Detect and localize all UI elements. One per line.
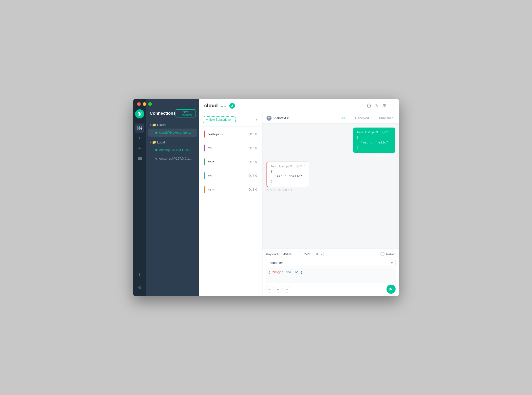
subscription-topic: t/d xyxy=(208,174,246,178)
help-icon[interactable]: ? xyxy=(267,116,272,121)
subscription-item-2[interactable]: t/b QoS 0 xyxy=(201,141,261,155)
connection-header-title: cloud xyxy=(204,103,218,109)
qos-select-wrap: 0 1 2 xyxy=(314,251,324,257)
power-icon[interactable]: ⏻ xyxy=(367,103,371,108)
payload-editor[interactable]: { "msg": "hello" } xyxy=(266,268,396,283)
topic-input[interactable] xyxy=(269,261,391,265)
message-topic-sent: Topic: testtopic/1 xyxy=(357,131,378,134)
payload-format-select[interactable]: JSON Plaintext Hex Base64 xyxy=(281,251,301,257)
connections-title: Connections xyxy=(150,111,176,116)
plaintext-chevron-icon: ▾ xyxy=(287,116,289,120)
svg-rect-7 xyxy=(140,128,142,130)
message-topic-received: Topic: testtopic/1 xyxy=(271,165,293,168)
subscription-item-1[interactable]: testtopic/# QoS 0 xyxy=(201,128,261,141)
new-tab-icon[interactable]: ⊞ xyxy=(383,103,386,108)
plaintext-label: Plaintext xyxy=(274,116,286,120)
retain-checkbox[interactable] xyxy=(380,252,384,256)
qos-label: QoS: xyxy=(304,252,311,256)
nav-add[interactable]: + xyxy=(135,134,144,143)
clear-message-button[interactable]: – xyxy=(275,286,282,293)
filter-all-button[interactable]: All xyxy=(340,115,346,121)
messages-panel: ? Plaintext ▾ All | Received | Published xyxy=(262,113,399,296)
main-area: cloud ⌄⌄ 2 ⏻ ✎ ⊞ ··· + xyxy=(199,99,399,296)
message-received: Topic: testtopic/1 QoS: 0 { "msg": "hell… xyxy=(267,161,309,192)
expand-topic-icon[interactable]: ▾ xyxy=(391,261,393,265)
message-bubble-sent: Topic: testtopic/1 QoS: 0 { "msg": "hell… xyxy=(353,128,395,153)
icon-nav: + </> ℹ ⚙ xyxy=(133,99,146,296)
subscriptions-header: + New Subscription ⇤ xyxy=(199,113,262,127)
subscription-item-5[interactable]: t/+/a QoS 0 xyxy=(201,183,261,196)
svg-rect-10 xyxy=(138,159,142,160)
main-header: cloud ⌄⌄ 2 ⏻ ✎ ⊞ ··· xyxy=(199,99,399,113)
connection-status-dot xyxy=(155,132,157,134)
payload-format-select-wrap: JSON Plaintext Hex Base64 xyxy=(281,251,301,257)
subscription-item-4[interactable]: t/d QoS 0 xyxy=(201,169,261,182)
cloud-group-header[interactable]: ▾ 📁 Cloud xyxy=(146,121,199,128)
nav-settings[interactable]: ⚙ xyxy=(135,283,144,292)
message-qos-sent: QoS: 0 xyxy=(382,131,392,134)
nav-data[interactable] xyxy=(135,154,144,163)
app-logo[interactable] xyxy=(135,109,144,118)
message-payload-received: { "msg": "hello" } xyxy=(271,169,305,184)
local-group-header[interactable]: ▾ 📁 Local xyxy=(146,139,199,146)
minimize-button[interactable] xyxy=(143,102,146,106)
maximize-button[interactable] xyxy=(148,102,152,106)
close-button[interactable] xyxy=(137,102,141,106)
svg-rect-8 xyxy=(138,157,142,158)
retain-label: Retain xyxy=(386,252,396,256)
plus-icon: + xyxy=(206,118,208,121)
payload-label: Payload: xyxy=(266,252,279,256)
subscription-color-bar xyxy=(204,144,205,152)
subscription-color-bar xyxy=(204,186,205,193)
svg-rect-6 xyxy=(138,128,139,130)
messages-list: Topic: testtopic/1 QoS: 0 { "msg": "hell… xyxy=(262,124,399,248)
next-message-button[interactable]: → xyxy=(283,286,290,293)
connection-item-cloud[interactable]: cloud@broker.emqx.... xyxy=(148,129,197,137)
subscription-qos: QoS 0 xyxy=(248,188,257,191)
connection-name: cloud@broker.emqx.... xyxy=(159,131,191,134)
messages-toolbar: ? Plaintext ▾ All | Received | Published xyxy=(262,113,399,124)
subscription-list: testtopic/# QoS 0 t/b QoS 0 t/b/c QoS 0 xyxy=(199,127,262,296)
connection-item-emqx[interactable]: emqx@127.0.0.1:1883 xyxy=(148,146,197,154)
filter-published-button[interactable]: Published xyxy=(377,115,395,121)
new-subscription-button[interactable]: + New Subscription xyxy=(203,116,236,123)
nav-connections[interactable] xyxy=(135,124,144,133)
subscription-qos: QoS 0 xyxy=(248,174,257,178)
prev-message-button[interactable]: ← xyxy=(266,286,273,293)
connection-name-ssl: emqx_ssl@127.0.0.1:... xyxy=(159,157,193,160)
message-meta-received: Topic: testtopic/1 QoS: 0 xyxy=(271,165,305,168)
header-chevron-icon[interactable]: ⌄⌄ xyxy=(220,103,227,108)
connection-status-dot-emqx xyxy=(155,149,157,151)
subscription-color-bar xyxy=(204,158,205,165)
subscription-topic: t/b/c xyxy=(208,160,246,164)
message-qos-received: QoS: 0 xyxy=(296,165,305,168)
edit-icon[interactable]: ✎ xyxy=(375,103,379,108)
subscription-color-bar xyxy=(204,172,205,179)
nav-code[interactable]: </> xyxy=(135,144,144,153)
send-button[interactable] xyxy=(386,285,396,294)
svg-rect-4 xyxy=(138,126,139,128)
subscription-item-3[interactable]: t/b/c QoS 0 xyxy=(201,155,261,168)
subscription-qos: QoS 0 xyxy=(248,160,257,164)
subscription-topic: testtopic/# xyxy=(208,132,246,136)
connection-item-ssl[interactable]: emqx_ssl@127.0.0.1:... xyxy=(148,155,197,163)
subscription-topic: t/+/a xyxy=(208,188,246,192)
cloud-chevron-icon: ▾ xyxy=(150,124,151,126)
message-timestamp-received: 2021-07-05 16:05:11 xyxy=(267,188,309,191)
message-bubble-received: Topic: testtopic/1 QoS: 0 { "msg": "hell… xyxy=(267,161,309,187)
plaintext-button[interactable]: Plaintext ▾ xyxy=(274,116,289,120)
compose-area: Payload: JSON Plaintext Hex Base64 QoS: xyxy=(262,248,399,296)
cloud-group-label: Cloud xyxy=(157,123,166,127)
filter-received-button[interactable]: Received xyxy=(354,115,370,121)
subscription-qos: QoS 0 xyxy=(248,132,257,136)
more-options-icon[interactable]: ··· xyxy=(390,103,394,108)
subscription-qos: QoS 0 xyxy=(248,146,257,150)
new-collection-button[interactable]: New Collection xyxy=(176,109,196,117)
connections-panel: Connections New Collection ▾ 📁 Cloud clo… xyxy=(146,99,199,296)
nav-info[interactable]: ℹ xyxy=(135,270,144,279)
message-payload-sent: { "msg": "hello" } xyxy=(357,135,391,150)
local-group-label: Local xyxy=(157,140,165,144)
subscription-color-bar xyxy=(204,131,205,138)
collapse-subscriptions-icon[interactable]: ⇤ xyxy=(256,118,259,122)
qos-select[interactable]: 0 1 2 xyxy=(314,251,324,257)
